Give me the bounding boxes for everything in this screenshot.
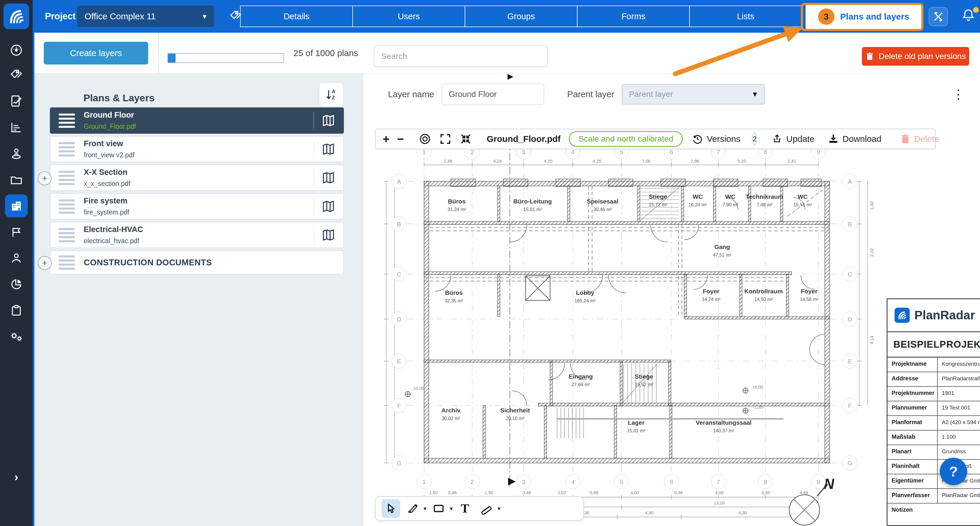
titleblock-label: Planverfasser <box>888 489 937 503</box>
drag-handle-icon[interactable] <box>59 199 75 214</box>
pen-tool[interactable] <box>403 499 422 518</box>
text-tool[interactable]: T <box>456 499 474 518</box>
visibility-button[interactable] <box>418 132 431 145</box>
integrations-button[interactable] <box>929 7 948 26</box>
zoom-out-button[interactable]: − <box>397 132 404 146</box>
tab-forms[interactable]: Forms <box>577 6 690 27</box>
svg-text:0,50: 0,50 <box>762 490 770 495</box>
tab-users[interactable]: Users <box>352 6 465 27</box>
svg-text:14,24 m²: 14,24 m² <box>702 297 721 302</box>
add-layer-button[interactable]: + <box>38 256 52 270</box>
sidebar-item-dashboard[interactable] <box>0 39 33 62</box>
fit-to-screen-button[interactable] <box>460 132 472 145</box>
sidebar-item-statistics[interactable] <box>0 116 33 139</box>
plan-title-block: PlanRadar BEISPIELPROJEKT ProjektnameKon… <box>887 298 980 526</box>
drag-handle-icon[interactable] <box>59 255 75 270</box>
svg-text:9: 9 <box>817 148 820 155</box>
plans-usage-text: 25 of 1000 plans <box>293 33 358 73</box>
svg-text:31,24 m²: 31,24 m² <box>447 207 466 212</box>
shape-tool[interactable] <box>430 499 448 518</box>
plan-list: Ground Floor Ground_Floor.pdf Front view… <box>50 107 344 277</box>
svg-text:C: C <box>397 271 401 277</box>
drag-handle-icon[interactable] <box>59 142 75 156</box>
versions-button[interactable]: Versions <box>692 133 740 145</box>
svg-text:4,20: 4,20 <box>593 158 601 163</box>
tab-lists[interactable]: Lists <box>689 6 802 27</box>
tab-plans-and-layers[interactable]: 3 Plans and layers <box>806 5 922 29</box>
svg-text:Gang: Gang <box>714 244 730 250</box>
sidebar-item-contacts[interactable] <box>0 247 33 269</box>
sidebar-collapse-toggle[interactable]: › <box>0 465 33 488</box>
drag-handle-icon[interactable] <box>59 171 75 185</box>
create-layers-button[interactable]: Create layers <box>44 42 148 64</box>
svg-text:B: B <box>397 221 401 227</box>
svg-text:7,90 m²: 7,90 m² <box>722 202 738 207</box>
map-icon[interactable] <box>322 115 335 127</box>
folder-card-construction-documents[interactable]: + CONSTRUCTION DOCUMENTS <box>50 250 344 274</box>
chevron-down-icon: ▼ <box>751 90 758 98</box>
parent-layer-select[interactable]: Parent layer ▼ <box>622 84 765 105</box>
plan-card-electrical-hvac[interactable]: Electrical-HVAC electrical_hvac.pdf <box>50 222 344 248</box>
chevron-down-icon[interactable]: ▾ <box>423 505 426 512</box>
update-plan-button[interactable]: Update <box>771 133 815 145</box>
chevron-down-icon[interactable]: ▾ <box>450 505 453 512</box>
titleblock-value: PlanRadar GmbH <box>937 489 980 503</box>
svg-text:Büro-Leitung: Büro-Leitung <box>513 198 552 205</box>
svg-text:Stiege: Stiege <box>649 193 667 200</box>
download-plan-button[interactable]: Download <box>827 133 881 145</box>
plan-card-front-view[interactable]: Front view front_view v2.pdf <box>50 136 344 162</box>
sidebar-item-forms[interactable] <box>0 89 33 112</box>
select-tool[interactable] <box>382 499 400 518</box>
delete-plan-button[interactable]: Delete <box>900 133 939 145</box>
svg-text:140,37 m²: 140,37 m² <box>713 428 734 433</box>
search-input[interactable] <box>374 46 548 67</box>
notifications-button[interactable] <box>961 8 979 25</box>
plan-card-xx-section[interactable]: + X-X Section x_x_section.pdf <box>50 165 344 191</box>
drag-handle-icon[interactable] <box>59 113 75 128</box>
measure-tool[interactable] <box>477 499 496 518</box>
divider <box>313 198 314 215</box>
drag-handle-icon[interactable] <box>59 228 75 242</box>
svg-text:4,00: 4,00 <box>630 490 639 495</box>
layer-name-input[interactable] <box>442 83 544 105</box>
svg-text:1,32: 1,32 <box>869 201 874 210</box>
svg-text:E: E <box>848 358 852 365</box>
project-dropdown[interactable]: Office Complex 11 ▾ <box>77 6 214 27</box>
map-icon[interactable] <box>322 200 335 212</box>
svg-text:5: 5 <box>620 478 623 485</box>
chevron-down-icon[interactable]: ▾ <box>498 505 501 512</box>
layer-menu-button[interactable]: ⋮ <box>952 88 965 101</box>
sidebar-item-user-locations[interactable] <box>0 142 33 165</box>
map-icon[interactable] <box>322 143 335 155</box>
tab-details[interactable]: Details <box>240 6 353 27</box>
project-label: Project <box>45 0 76 33</box>
delete-old-plan-versions-label: Delete old plan versions <box>879 52 966 61</box>
sidebar-item-plans-active[interactable] <box>0 194 33 217</box>
delete-old-plan-versions-button[interactable]: Delete old plan versions <box>862 47 969 66</box>
sidebar-item-documents[interactable] <box>0 169 33 191</box>
person-icon <box>10 251 23 265</box>
plan-title: Front view <box>84 139 134 148</box>
svg-text:0,99: 0,99 <box>589 490 598 495</box>
sidebar-item-reports[interactable] <box>0 273 33 296</box>
help-button[interactable]: ? <box>940 458 967 485</box>
planradar-logo[interactable] <box>3 3 29 29</box>
titleblock-label: Addresse <box>888 372 937 386</box>
zoom-in-button[interactable]: + <box>383 132 390 146</box>
svg-text:WC: WC <box>798 193 808 200</box>
update-label: Update <box>786 134 815 144</box>
tab-groups[interactable]: Groups <box>465 6 578 27</box>
plan-card-fire-system[interactable]: Fire system fire_system.pdf <box>50 193 344 220</box>
sidebar-item-settings[interactable] <box>0 325 33 348</box>
svg-text:15,52 m²: 15,52 m² <box>635 382 653 387</box>
plan-card-ground-floor[interactable]: Ground Floor Ground_Floor.pdf <box>50 107 344 134</box>
sidebar-item-tags[interactable] <box>0 64 33 87</box>
sidebar-item-tasks[interactable] <box>0 299 33 322</box>
sidebar-item-flags[interactable] <box>0 221 33 244</box>
add-layer-button[interactable]: + <box>38 171 52 185</box>
svg-text:7,06: 7,06 <box>642 158 651 163</box>
fullscreen-button[interactable] <box>439 132 452 145</box>
map-icon[interactable] <box>322 172 335 184</box>
sort-button[interactable]: A Z <box>319 82 344 107</box>
map-icon[interactable] <box>322 229 335 241</box>
